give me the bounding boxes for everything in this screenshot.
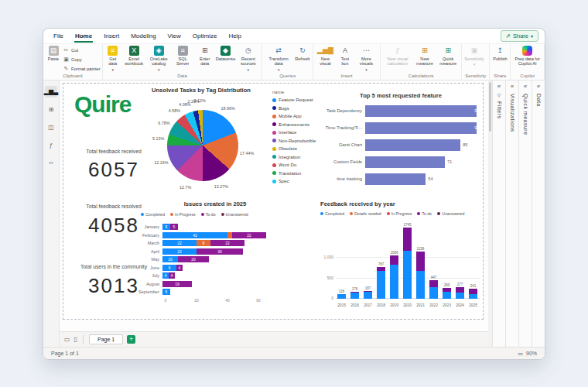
bar-segment-completed[interactable]: 22	[162, 240, 197, 246]
column-segment-to-do[interactable]	[469, 289, 477, 294]
bar[interactable]	[365, 122, 477, 134]
yearly-stacked-column-chart[interactable]: 1182015176201618720177872018106620191745…	[320, 220, 483, 314]
fit-to-page-icon[interactable]: ▭	[518, 351, 523, 357]
bar-segment-completed[interactable]: 10	[162, 256, 178, 262]
ribbon-button-cut[interactable]: ✂Cut	[63, 46, 101, 54]
collapse-chevron-icon[interactable]: «	[511, 83, 514, 90]
legend-item-spec[interactable]: Spec	[272, 177, 319, 186]
column-segment-completed[interactable]	[377, 271, 385, 299]
column-segment-to-do[interactable]	[416, 252, 425, 271]
legend-item-unanswered[interactable]: Unanswered	[221, 212, 248, 217]
bar-row-time-tracking[interactable]: time tracking54	[319, 170, 483, 187]
month-row-january[interactable]: January55	[135, 223, 313, 231]
column-segment-completed[interactable]	[350, 293, 359, 299]
column-segment-completed[interactable]	[469, 294, 477, 299]
ribbon-button-dataverse[interactable]: ◆Dataverse	[216, 45, 236, 62]
pane-strip-filters[interactable]: «▽Filters	[492, 80, 505, 347]
pie-chart[interactable]: 18.96%17.44%13.27%12.7%12.16%5.13%6.78%4…	[141, 90, 271, 200]
legend-item-details-needed[interactable]: Details needed	[350, 211, 381, 216]
bar-segment-completed[interactable]: 42	[162, 232, 227, 238]
bar-segment-to-do[interactable]: 4	[169, 272, 175, 279]
legend-item-integration[interactable]: Integration	[272, 153, 319, 162]
bar[interactable]	[365, 173, 426, 185]
month-row-august[interactable]: August19	[135, 280, 313, 289]
legend-item-mobile-app[interactable]: Mobile App	[272, 112, 319, 121]
month-row-may[interactable]: May1020	[135, 255, 313, 264]
ribbon-button-format-painter[interactable]: ✎Format painter	[63, 64, 101, 73]
column-2025[interactable]	[469, 289, 477, 299]
pane-strip-data[interactable]: «Data	[532, 80, 545, 347]
menu-item-optimize[interactable]: Optimize	[192, 29, 218, 43]
column-segment-to-do[interactable]	[390, 255, 398, 265]
bar-segment-completed[interactable]: 4	[162, 272, 169, 279]
column-segment-to-do[interactable]	[429, 280, 438, 287]
month-row-september[interactable]: September5	[135, 288, 313, 296]
ribbon-button-quick-measure[interactable]: ⊞Quick measure	[436, 45, 460, 67]
model-view-icon[interactable]: ◫	[45, 122, 57, 133]
ribbon-button-prep-data-for-copilot-ai[interactable]: Prep data for Copilot AI	[512, 45, 542, 67]
bar-segment-completed[interactable]: 9	[162, 265, 176, 271]
ribbon-button-refresh[interactable]: ↻Refresh	[294, 45, 311, 62]
scrollbar-thumb[interactable]	[489, 82, 491, 132]
column-2021[interactable]	[416, 252, 425, 299]
zoom-controls[interactable]: ▭ 90%	[518, 351, 537, 357]
legend-item-interface[interactable]: Interface	[272, 128, 319, 137]
bar-segment-to-do[interactable]: 22	[232, 232, 266, 238]
bar-row-time-tracking-ti[interactable]: Time Tracking/Ti...99	[319, 119, 483, 136]
legend-item-wont-do[interactable]: Wont Do	[272, 161, 319, 170]
ribbon-button-more-visuals[interactable]: ⋯More visuals▾	[354, 45, 378, 73]
ribbon-button-transform-data[interactable]: ⇄Transform data▾	[264, 45, 293, 73]
column-2017[interactable]	[364, 291, 372, 299]
dax-query-view-icon[interactable]: ƒ	[45, 139, 57, 151]
legend-item-feature-request[interactable]: Feature Request	[272, 96, 319, 104]
legend-item-to-do[interactable]: To-do	[417, 211, 432, 216]
bar-row-task-dependency[interactable]: Task Dependency99	[319, 102, 483, 119]
desktop-view-icon[interactable]: ▭	[64, 336, 70, 343]
legend-item-in-progress[interactable]: In Progress	[170, 212, 196, 217]
month-row-march[interactable]: March22922	[135, 239, 313, 248]
ribbon-button-text-box[interactable]: AText box	[337, 45, 354, 67]
tmdl-view-icon[interactable]: ‹›	[45, 157, 57, 169]
column-2018[interactable]	[377, 267, 385, 299]
column-2019[interactable]	[390, 255, 398, 299]
column-segment-completed[interactable]	[337, 294, 346, 299]
collapse-chevron-icon[interactable]: «	[524, 83, 527, 90]
bar[interactable]	[365, 105, 477, 117]
month-row-july[interactable]: July44	[135, 272, 313, 280]
ribbon-button-recent-sources[interactable]: ◷Recent sources▾	[236, 45, 260, 73]
legend-item-to-do[interactable]: To-do	[201, 212, 216, 217]
column-segment-completed[interactable]	[443, 292, 451, 299]
column-segment-to-do[interactable]	[403, 228, 412, 251]
ribbon-button-copy[interactable]: ▣Copy	[63, 55, 101, 63]
ribbon-button-get-data[interactable]: ≡Get data▾	[104, 45, 121, 73]
column-segment-completed[interactable]	[364, 292, 372, 299]
ribbon-button-new-measure[interactable]: ⊞New measure	[414, 45, 436, 67]
column-2016[interactable]	[350, 292, 359, 299]
bar-row-custom-fields[interactable]: Custom Fields71	[319, 153, 483, 170]
top5-bar-chart[interactable]: Task Dependency99Time Tracking/Ti...99Ga…	[319, 102, 483, 187]
pie[interactable]	[167, 110, 238, 181]
bar-segment-to-do[interactable]: 5	[170, 224, 178, 230]
menu-item-help[interactable]: Help	[227, 29, 241, 43]
collapse-chevron-icon[interactable]: «	[497, 83, 501, 90]
column-segment-to-do[interactable]	[456, 287, 464, 293]
column-segment-completed[interactable]	[416, 271, 425, 299]
column-2015[interactable]	[337, 294, 346, 299]
bar[interactable]	[365, 156, 445, 168]
menu-item-modeling[interactable]: Modeling	[130, 29, 156, 43]
data-view-icon[interactable]: ⊞	[45, 104, 57, 115]
ribbon-button-sql-server[interactable]: ≡SQL Server	[172, 45, 194, 67]
bar-segment-completed[interactable]: 5	[162, 289, 170, 295]
month-row-february[interactable]: February4222	[135, 231, 313, 240]
report-canvas[interactable]: Quire Total feedback received 6057 Total…	[60, 80, 488, 331]
legend-item-obsolete[interactable]: Obsolete	[272, 145, 319, 153]
bar-segment-to-do[interactable]: 30	[197, 248, 243, 255]
column-segment-completed[interactable]	[429, 287, 438, 299]
column-2024[interactable]	[456, 287, 464, 299]
menu-item-insert[interactable]: Insert	[103, 29, 120, 43]
bar[interactable]	[365, 139, 460, 151]
pane-strip-quick-measure[interactable]: «Quick measure	[518, 80, 532, 347]
legend-item-completed[interactable]: Completed	[141, 212, 165, 217]
column-2023[interactable]	[443, 288, 451, 299]
legend-item-translation[interactable]: Translation	[272, 170, 319, 178]
